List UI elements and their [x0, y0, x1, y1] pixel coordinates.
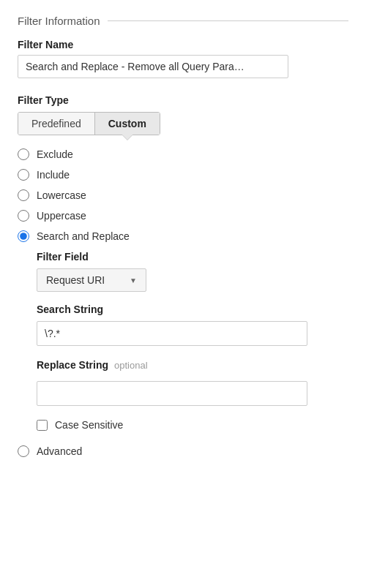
case-sensitive-label: Case Sensitive [55, 419, 123, 431]
radio-uppercase-label: Uppercase [37, 210, 86, 222]
filter-type-label: Filter Type [18, 94, 348, 106]
radio-option-search-replace[interactable]: Search and Replace [18, 230, 348, 242]
filter-type-section: Filter Type Predefined Custom [18, 94, 348, 135]
tab-predefined[interactable]: Predefined [18, 113, 95, 135]
case-sensitive-checkbox[interactable] [37, 420, 48, 431]
radio-include[interactable] [18, 169, 29, 181]
case-sensitive-row: Case Sensitive [37, 419, 348, 431]
radio-option-lowercase[interactable]: Lowercase [18, 189, 348, 201]
advanced-option-row: Advanced [18, 445, 348, 457]
radio-exclude-label: Exclude [37, 148, 73, 160]
tab-custom[interactable]: Custom [95, 113, 160, 135]
replace-string-optional: optional [114, 360, 148, 371]
radio-uppercase[interactable] [18, 210, 29, 222]
replace-string-label: Replace String [37, 359, 108, 371]
filter-type-tabs: Predefined Custom [18, 112, 160, 135]
replace-string-input[interactable] [37, 381, 307, 406]
dropdown-arrow-icon: ▼ [130, 276, 137, 284]
filter-name-input[interactable] [18, 55, 288, 78]
section-title: Filter Information [18, 15, 348, 27]
replace-string-label-row: Replace String optional [37, 359, 348, 377]
search-string-input[interactable] [37, 321, 307, 346]
radio-option-uppercase[interactable]: Uppercase [18, 210, 348, 222]
radio-search-replace[interactable] [18, 230, 29, 242]
radio-lowercase-label: Lowercase [37, 189, 86, 201]
radio-exclude[interactable] [18, 148, 29, 160]
search-replace-subsection: Filter Field Request URI ▼ Search String… [37, 251, 348, 431]
radio-option-include[interactable]: Include [18, 169, 348, 181]
replace-string-section: Replace String optional [37, 359, 348, 406]
filter-field-dropdown[interactable]: Request URI ▼ [37, 268, 146, 292]
advanced-label: Advanced [37, 445, 82, 457]
filter-name-label: Filter Name [18, 39, 348, 50]
filter-field-section: Filter Field Request URI ▼ [37, 251, 348, 292]
radio-include-label: Include [37, 169, 70, 181]
filter-name-section: Filter Name [18, 39, 348, 78]
radio-option-exclude[interactable]: Exclude [18, 148, 348, 160]
search-string-section: Search String [37, 304, 348, 346]
filter-field-label: Filter Field [37, 251, 348, 263]
radio-advanced[interactable] [18, 445, 29, 457]
radio-lowercase[interactable] [18, 189, 29, 201]
radio-options-group: Exclude Include Lowercase Uppercase Sear… [18, 148, 348, 242]
radio-search-replace-label: Search and Replace [37, 230, 130, 242]
search-string-label: Search String [37, 304, 348, 315]
